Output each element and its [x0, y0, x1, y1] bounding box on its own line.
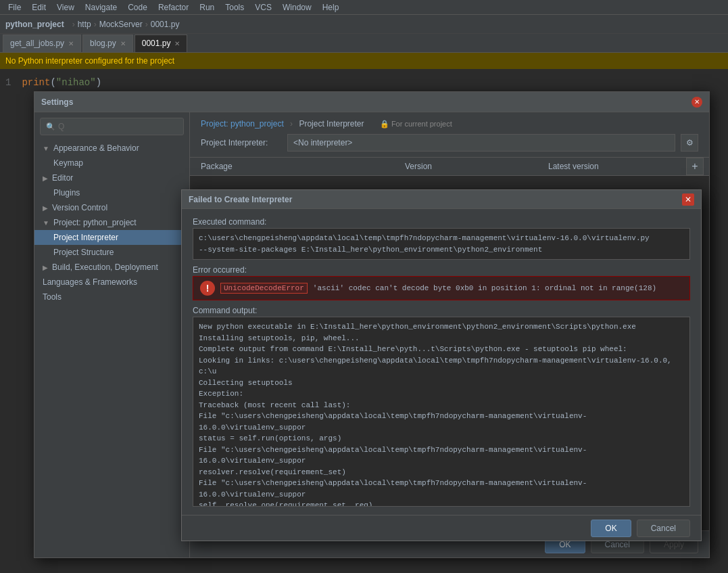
sidebar-item-project-interpreter[interactable]: Project Interpreter: [34, 230, 189, 245]
tab-blog[interactable]: blog.py ✕: [82, 35, 133, 52]
add-package-button[interactable]: +: [686, 158, 704, 175]
warning-text: No Python interpreter configured for the…: [5, 56, 174, 66]
menu-run[interactable]: Run: [194, 1, 220, 14]
menu-view[interactable]: View: [51, 1, 80, 14]
sidebar-label-languages: Languages & Frameworks: [43, 277, 137, 287]
sidebar-item-appearance[interactable]: ▼ Appearance & Behavior: [34, 141, 189, 156]
col-package: Package: [190, 159, 394, 174]
sidebar-item-vcs[interactable]: ▶ Version Control: [34, 200, 189, 215]
line-number: 1: [5, 77, 11, 88]
col-version: Version: [394, 159, 537, 174]
error-dialog: Failed to Create Interpreter ✕ Executed …: [181, 189, 702, 541]
table-header-row: Package Version Latest version +: [190, 158, 709, 176]
menu-code[interactable]: Code: [122, 1, 153, 14]
settings-breadcrumb: Project: python_project › Project Interp…: [201, 119, 698, 129]
interpreter-select[interactable]: <No interpreter>: [287, 134, 675, 152]
error-occurred-label: Error occurred:: [193, 265, 690, 275]
output-label: Command output:: [193, 306, 690, 315]
col-latest: Latest version: [537, 159, 681, 174]
error-cancel-button[interactable]: Cancel: [637, 520, 690, 537]
menu-window[interactable]: Window: [277, 1, 317, 14]
error-body: Executed command: c:\users\chengpeisheng…: [182, 209, 701, 515]
breadcrumb-tag: 🔒 For current project: [380, 120, 452, 128]
breadcrumb-project[interactable]: Project: python_project: [201, 119, 284, 129]
command-output-section: Command output: New python executable in…: [193, 306, 690, 507]
error-titlebar: Failed to Create Interpreter ✕: [182, 190, 701, 209]
tabbar: get_all_jobs.py ✕ blog.py ✕ 0001.py ✕: [0, 34, 728, 53]
settings-titlebar: Settings ✕: [34, 92, 709, 112]
search-box[interactable]: 🔍 Q: [40, 118, 184, 135]
collapse-arrow-icon-editor: ▶: [43, 175, 48, 182]
collapse-arrow-icon: ▼: [43, 145, 49, 152]
sidebar-label-project-structure: Project Structure: [53, 248, 114, 257]
breadcrumb-interpreter: Project Interpreter: [299, 119, 364, 129]
breadcrumb-file: 0001.py: [151, 20, 180, 29]
output-text: New python executable in E:\Install_here…: [193, 317, 690, 507]
error-type-badge: UnicodeDecodeError: [220, 283, 308, 294]
settings-title: Settings: [41, 97, 73, 107]
tab-get-all-jobs[interactable]: get_all_jobs.py ✕: [3, 35, 81, 52]
executed-command-label: Executed command:: [193, 217, 690, 227]
sidebar-label-build: Build, Execution, Deployment: [52, 262, 158, 272]
sidebar-item-languages[interactable]: Languages & Frameworks: [34, 275, 189, 290]
collapse-arrow-icon-project: ▼: [43, 219, 49, 227]
menu-edit[interactable]: Edit: [26, 1, 51, 14]
close-tab-2[interactable]: ✕: [174, 40, 180, 47]
settings-sidebar: 🔍 Q ▼ Appearance & Behavior Keymap ▶ Edi…: [34, 112, 190, 557]
sidebar-label-project: Project: python_project: [53, 218, 137, 227]
code-line: print("nihao"): [22, 77, 101, 88]
sidebar-item-keymap[interactable]: Keymap: [34, 156, 189, 170]
breadcrumb-http: http: [78, 20, 91, 29]
interpreter-row: Project Interpreter: <No interpreter> ⚙: [201, 134, 698, 152]
collapse-arrow-icon-build: ▶: [43, 264, 48, 271]
interpreter-label: Project Interpreter:: [201, 138, 282, 147]
sidebar-item-project-structure[interactable]: Project Structure: [34, 245, 189, 260]
executed-command-text: c:\users\chengpeisheng\appdata\local\tem…: [193, 228, 690, 260]
sidebar-item-project[interactable]: ▼ Project: python_project: [34, 215, 189, 230]
sidebar-label-editor: Editor: [52, 173, 73, 183]
menu-help[interactable]: Help: [317, 1, 345, 14]
close-tab-0[interactable]: ✕: [68, 40, 74, 47]
warning-bar: No Python interpreter configured for the…: [0, 53, 728, 69]
sidebar-item-build[interactable]: ▶ Build, Execution, Deployment: [34, 260, 189, 275]
search-icon: 🔍: [46, 122, 55, 131]
error-ok-button[interactable]: OK: [591, 520, 631, 537]
error-footer: OK Cancel: [182, 515, 701, 541]
error-occurred-section: Error occurred: ! UnicodeDecodeError 'as…: [193, 265, 690, 300]
menu-refactor[interactable]: Refactor: [153, 1, 194, 14]
search-placeholder: Q: [58, 122, 64, 131]
sidebar-item-tools[interactable]: Tools: [34, 290, 189, 304]
sidebar-label-vcs: Version Control: [52, 203, 107, 212]
sidebar-label-keymap: Keymap: [53, 158, 83, 168]
sidebar-item-plugins[interactable]: Plugins: [34, 185, 189, 200]
project-name: python_project: [5, 20, 64, 29]
menu-tools[interactable]: Tools: [220, 1, 249, 14]
sidebar-label-appearance: Appearance & Behavior: [53, 143, 139, 153]
menubar: File Edit View Navigate Code Refactor Ru…: [0, 0, 728, 15]
settings-header: Project: python_project › Project Interp…: [190, 112, 709, 158]
sidebar-item-editor[interactable]: ▶ Editor: [34, 170, 189, 185]
close-tab-1[interactable]: ✕: [120, 40, 126, 47]
error-badge: ! UnicodeDecodeError 'ascii' codec can't…: [193, 276, 690, 300]
error-title: Failed to Create Interpreter: [189, 195, 292, 204]
settings-close-button[interactable]: ✕: [691, 97, 702, 108]
menu-file[interactable]: File: [3, 1, 26, 14]
error-icon: !: [200, 281, 215, 296]
collapse-arrow-icon-vcs: ▶: [43, 204, 48, 212]
executed-command-section: Executed command: c:\users\chengpeisheng…: [193, 217, 690, 260]
menu-vcs[interactable]: VCS: [249, 1, 277, 14]
sidebar-label-tools: Tools: [43, 292, 62, 302]
tab-0001[interactable]: 0001.py ✕: [135, 35, 188, 52]
error-message-text: 'ascii' codec can't decode byte 0xb0 in …: [313, 284, 656, 292]
error-close-button[interactable]: ✕: [682, 193, 694, 206]
ide-topbar: python_project › http › MockServer › 000…: [0, 15, 728, 34]
sidebar-label-plugins: Plugins: [53, 188, 80, 198]
sidebar-label-project-interpreter: Project Interpreter: [53, 233, 118, 242]
breadcrumb-mockserver: MockServer: [99, 20, 143, 29]
menu-navigate[interactable]: Navigate: [80, 1, 122, 14]
interpreter-settings-button[interactable]: ⚙: [681, 134, 698, 152]
